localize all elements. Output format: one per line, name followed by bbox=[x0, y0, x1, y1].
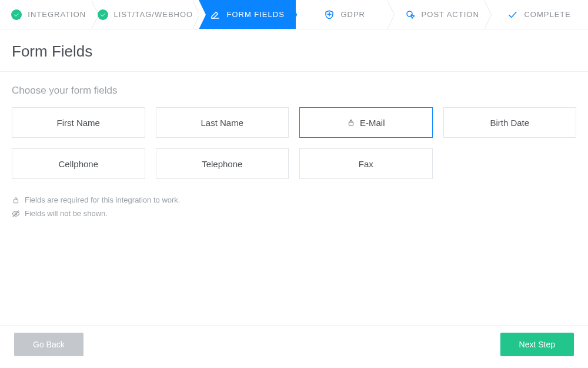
wizard-stepper: INTEGRATIONLIST/TAG/WEBHOOKFORM FIELDSGD… bbox=[0, 0, 588, 29]
page-subtitle: Choose your form fields bbox=[12, 85, 576, 97]
lock-icon bbox=[12, 196, 20, 204]
step-label: GDPR bbox=[340, 10, 365, 19]
cursor-icon bbox=[405, 9, 416, 20]
field-label: Telephone bbox=[202, 159, 242, 169]
check-icon bbox=[98, 9, 108, 20]
field-fax[interactable]: Fax bbox=[299, 148, 433, 179]
field-label: E-Mail bbox=[360, 118, 385, 128]
tick-icon bbox=[507, 9, 518, 20]
edit-icon bbox=[210, 9, 220, 20]
field-label: Birth Date bbox=[490, 118, 529, 128]
step-gdpr[interactable]: GDPR bbox=[296, 0, 393, 29]
legend-required: Fields are required for this integration… bbox=[12, 195, 576, 204]
step-label: COMPLETE bbox=[524, 10, 571, 19]
step-label: FORM FIELDS bbox=[226, 10, 284, 19]
field-cellphone[interactable]: Cellphone bbox=[12, 148, 145, 179]
step-label: LIST/TAG/WEBHOOK bbox=[114, 10, 199, 19]
step-form-fields[interactable]: FORM FIELDS bbox=[199, 0, 296, 29]
field-last-name[interactable]: Last Name bbox=[156, 107, 289, 138]
go-back-button[interactable]: Go Back bbox=[14, 333, 83, 356]
legend-required-text: Fields are required for this integration… bbox=[25, 195, 180, 204]
field-telephone[interactable]: Telephone bbox=[156, 148, 289, 179]
svg-rect-3 bbox=[349, 122, 353, 125]
step-complete[interactable]: COMPLETE bbox=[490, 0, 588, 29]
main-content: Form Fields Choose your form fields Firs… bbox=[0, 29, 588, 218]
step-integration[interactable]: INTEGRATION bbox=[0, 0, 98, 29]
check-icon bbox=[11, 9, 22, 20]
field-e-mail[interactable]: E-Mail bbox=[299, 107, 433, 138]
step-label: POST ACTION bbox=[422, 10, 479, 19]
step-post-action[interactable]: POST ACTION bbox=[393, 0, 491, 29]
next-step-button[interactable]: Next Step bbox=[500, 333, 574, 356]
page-title: Form Fields bbox=[12, 42, 576, 61]
field-label: Cellphone bbox=[58, 159, 98, 169]
legend: Fields are required for this integration… bbox=[12, 195, 576, 218]
field-label: Fax bbox=[359, 159, 373, 169]
field-first-name[interactable]: First Name bbox=[12, 107, 145, 138]
field-birth-date[interactable]: Birth Date bbox=[443, 107, 577, 138]
svg-rect-4 bbox=[14, 200, 18, 203]
footer: Go Back Next Step bbox=[0, 325, 588, 368]
field-label: Last Name bbox=[201, 118, 243, 128]
legend-hidden-text: Fields will not be shown. bbox=[25, 209, 108, 218]
field-label: First Name bbox=[57, 118, 100, 128]
lock-icon bbox=[347, 118, 355, 127]
step-list-tag-webhook[interactable]: LIST/TAG/WEBHOOK bbox=[98, 0, 199, 29]
divider bbox=[0, 71, 588, 72]
legend-hidden: Fields will not be shown. bbox=[12, 209, 576, 218]
shield-icon bbox=[324, 9, 335, 20]
eye-off-icon bbox=[12, 210, 20, 218]
fields-grid: First NameLast NameE-MailBirth DateCellp… bbox=[12, 107, 576, 179]
step-label: INTEGRATION bbox=[28, 10, 86, 19]
